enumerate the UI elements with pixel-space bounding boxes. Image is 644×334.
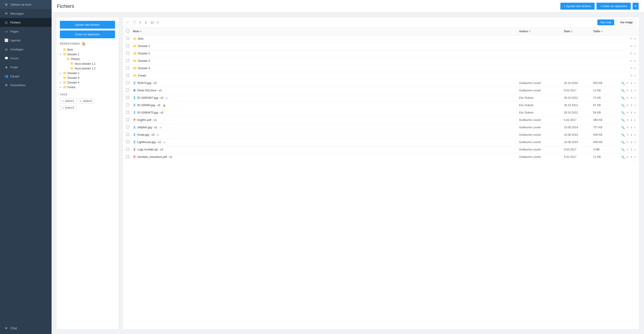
row-checkbox[interactable] bbox=[126, 59, 129, 62]
sidebar-item-projet[interactable]: ◈ Projet bbox=[0, 63, 52, 72]
row-checkbox[interactable] bbox=[126, 103, 129, 106]
download-icon[interactable]: ⬇ bbox=[630, 81, 633, 85]
download-icon[interactable]: ⬇ bbox=[139, 20, 142, 24]
eye-icon[interactable]: 👁 bbox=[630, 52, 633, 55]
chevron-down-icon[interactable]: ▾ bbox=[634, 155, 636, 159]
file-name-text[interactable]: Koala.jpg - v3 bbox=[137, 133, 154, 136]
chevron-down-icon[interactable]: ▾ bbox=[634, 37, 636, 40]
search-icon[interactable]: 🔍 bbox=[621, 126, 625, 129]
row-checkbox[interactable] bbox=[126, 133, 129, 136]
eye-icon[interactable]: 👁 bbox=[626, 89, 629, 92]
search-icon[interactable]: 🔍 bbox=[621, 155, 625, 159]
file-name-text[interactable]: Dossier 2 bbox=[138, 52, 150, 55]
file-name-text[interactable]: ID-100580.jpg - v2 bbox=[137, 104, 160, 107]
sidebar-item-agenda[interactable]: ⬜ Agenda bbox=[0, 36, 52, 45]
home-icon[interactable]: 🏠 bbox=[82, 42, 86, 45]
search-icon[interactable]: 🔍 bbox=[621, 81, 625, 85]
search-icon[interactable]: 🔍 bbox=[621, 133, 625, 137]
row-checkbox[interactable] bbox=[126, 155, 129, 158]
chat-button[interactable]: ✉ Chat bbox=[0, 322, 52, 334]
row-checkbox[interactable] bbox=[126, 148, 129, 151]
chevron-down-icon[interactable]: ▾ bbox=[634, 141, 636, 144]
sidebar-item-fichiers[interactable]: ◻ Fichiers bbox=[0, 18, 52, 27]
tree-item-sous-dossier-1-2[interactable]: 📁 Sous dossier 1.2 bbox=[60, 66, 115, 71]
new-file-icon[interactable]: 📄 bbox=[132, 20, 136, 24]
chevron-down-icon[interactable]: ▾ bbox=[634, 44, 636, 48]
sidebar-item-parametres[interactable]: ⚙ Paramètres bbox=[0, 81, 52, 90]
search-icon[interactable]: 🔍 bbox=[621, 148, 625, 151]
panel-create-directory-button[interactable]: Créer un répertoire bbox=[60, 30, 115, 38]
download-icon[interactable]: ⬇ bbox=[630, 89, 633, 92]
row-checkbox[interactable] bbox=[126, 96, 129, 99]
eye-icon[interactable]: 👁 bbox=[626, 133, 629, 137]
tree-item-dossier4[interactable]: ▸ 📁 Dossier 4 bbox=[60, 80, 115, 85]
dropdown-button[interactable]: ▾ bbox=[632, 3, 638, 10]
download-icon[interactable]: ⬇ bbox=[630, 118, 633, 122]
sidebar-item-equipe[interactable]: 👥 Equipe bbox=[0, 72, 52, 81]
search-icon[interactable]: 🔍 bbox=[621, 141, 625, 144]
row-checkbox[interactable] bbox=[126, 37, 129, 40]
row-checkbox[interactable] bbox=[126, 74, 129, 77]
col-header-auteur[interactable]: Auteur ⇅ bbox=[519, 29, 564, 33]
file-name-text[interactable]: ID-10060473.jpg - v2 bbox=[137, 111, 164, 114]
cut-icon[interactable]: ✂ bbox=[126, 20, 129, 24]
file-name-text[interactable]: 552674.jpg - v2 bbox=[137, 81, 156, 85]
chevron-down-icon[interactable]: ▾ bbox=[634, 133, 636, 137]
eye-icon[interactable]: 👁 bbox=[630, 67, 633, 70]
view-image-button[interactable]: Vue Image bbox=[617, 19, 636, 25]
eye-icon[interactable]: 👁 bbox=[630, 74, 633, 77]
file-name-text[interactable]: Dossier 3 bbox=[138, 59, 150, 62]
select-all-checkbox[interactable] bbox=[126, 29, 129, 32]
chevron-down-icon[interactable]: ▾ bbox=[634, 126, 636, 129]
row-checkbox[interactable] bbox=[126, 44, 129, 47]
chevron-down-icon[interactable]: ▾ bbox=[634, 111, 636, 114]
chevron-down-icon[interactable]: ▾ bbox=[634, 148, 636, 151]
file-name-text[interactable]: Devis iOS.docx - v1 bbox=[137, 89, 162, 92]
panel-add-files-button[interactable]: Ajouter des fichiers bbox=[60, 21, 115, 29]
col-header-nom[interactable]: Nom ⇅ bbox=[133, 29, 519, 33]
tag-auteur1[interactable]: 🏷 auteur1 bbox=[60, 99, 76, 103]
eye-icon[interactable]: 👁 bbox=[630, 59, 633, 63]
download-icon[interactable]: ⬇ bbox=[630, 141, 633, 144]
sidebar-item-forum[interactable]: 💬 Forum bbox=[0, 54, 52, 63]
tree-item-bois[interactable]: 📁 Bois bbox=[60, 47, 115, 52]
eye-icon[interactable]: 👁 bbox=[630, 44, 633, 48]
file-name-text[interactable]: Jellyfish.jpg - v1 bbox=[137, 126, 157, 129]
eye-icon[interactable]: 👁 bbox=[626, 111, 629, 114]
chevron-down-icon[interactable]: ▾ bbox=[634, 59, 636, 63]
download-icon[interactable]: ⬇ bbox=[630, 104, 633, 107]
download-icon[interactable]: ⬇ bbox=[630, 155, 633, 159]
tree-item-photos[interactable]: 📁 Photos bbox=[60, 57, 115, 61]
chevron-down-icon[interactable]: ▾ bbox=[634, 74, 636, 77]
eye-icon[interactable]: 👁 bbox=[626, 155, 629, 159]
chevron-down-icon[interactable]: ▾ bbox=[634, 118, 636, 122]
sidebar-item-messages[interactable]: ✉ Messages bbox=[0, 9, 52, 18]
chevron-down-icon[interactable]: ▾ bbox=[634, 104, 636, 107]
eye-icon[interactable]: 👁 bbox=[626, 96, 629, 100]
search-icon[interactable]: 🔍 bbox=[621, 118, 625, 122]
file-name-text[interactable]: Forets bbox=[138, 74, 146, 77]
search-icon[interactable]: 🔍 bbox=[621, 104, 625, 107]
sidebar-item-sondages[interactable]: ◎ Sondages bbox=[0, 45, 52, 54]
col-header-date[interactable]: Date ⇅ bbox=[564, 29, 593, 33]
sidebar-item-pages[interactable]: ▭ Pages bbox=[0, 27, 52, 36]
eye-icon[interactable]: 👁 bbox=[626, 104, 629, 107]
search-icon[interactable]: 🔍 bbox=[621, 96, 625, 100]
col-header-taille[interactable]: Taille ⇅ bbox=[593, 29, 618, 33]
tree-item-dossier1[interactable]: ▾ 📁 Dossier 1 bbox=[60, 52, 115, 57]
row-checkbox[interactable] bbox=[126, 126, 129, 129]
row-checkbox[interactable] bbox=[126, 89, 129, 92]
file-name-text[interactable]: ID-10052627.jpg - v2 bbox=[137, 96, 164, 99]
file-name-text[interactable]: resultats_messieurs.pdf - v1 bbox=[137, 155, 172, 159]
chevron-down-icon[interactable]: ▾ bbox=[634, 96, 636, 100]
eye-icon[interactable]: 👁 bbox=[630, 37, 633, 40]
file-name-text[interactable]: Bois bbox=[138, 37, 144, 40]
sidebar-item-tableau[interactable]: ⊞ Tableau de bord bbox=[0, 0, 52, 9]
add-files-button[interactable]: + Ajouter des fichiers bbox=[560, 3, 595, 10]
search-icon[interactable]: 🔍 bbox=[621, 89, 625, 92]
chevron-down-icon[interactable]: ▾ bbox=[634, 89, 636, 92]
copy-icon[interactable]: ⧉ bbox=[156, 20, 159, 24]
eye-icon[interactable]: 👁 bbox=[626, 148, 629, 151]
download-icon[interactable]: ⬇ bbox=[630, 148, 633, 151]
download-icon[interactable]: ⬇ bbox=[630, 126, 633, 129]
